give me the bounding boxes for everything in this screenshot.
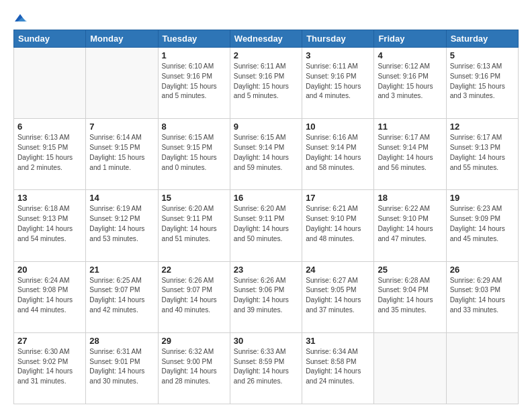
day-number: 20 [17, 265, 82, 275]
day-cell: 23Sunrise: 6:26 AM Sunset: 9:06 PM Dayli… [230, 261, 302, 332]
day-cell: 14Sunrise: 6:19 AM Sunset: 9:12 PM Dayli… [86, 190, 158, 261]
day-number: 30 [234, 336, 298, 346]
calendar-header-row: SundayMondayTuesdayWednesdayThursdayFrid… [14, 30, 519, 48]
day-cell: 9Sunrise: 6:15 AM Sunset: 9:14 PM Daylig… [230, 119, 302, 190]
day-cell: 15Sunrise: 6:20 AM Sunset: 9:11 PM Dayli… [158, 190, 230, 261]
day-info: Sunrise: 6:27 AM Sunset: 9:05 PM Dayligh… [306, 276, 370, 316]
day-cell: 2Sunrise: 6:11 AM Sunset: 9:16 PM Daylig… [230, 48, 302, 119]
day-number: 29 [162, 336, 226, 346]
col-header-friday: Friday [374, 30, 446, 48]
calendar-table: SundayMondayTuesdayWednesdayThursdayFrid… [13, 30, 519, 404]
day-info: Sunrise: 6:19 AM Sunset: 9:12 PM Dayligh… [89, 204, 154, 244]
day-cell: 31Sunrise: 6:34 AM Sunset: 8:58 PM Dayli… [302, 332, 374, 404]
day-info: Sunrise: 6:11 AM Sunset: 9:16 PM Dayligh… [306, 62, 370, 101]
day-cell: 11Sunrise: 6:17 AM Sunset: 9:14 PM Dayli… [374, 119, 446, 190]
day-info: Sunrise: 6:25 AM Sunset: 9:07 PM Dayligh… [89, 276, 154, 316]
day-cell [86, 48, 158, 119]
day-number: 6 [17, 122, 82, 132]
calendar-body: 1Sunrise: 6:10 AM Sunset: 9:16 PM Daylig… [14, 48, 519, 404]
header [13, 12, 519, 24]
day-cell: 24Sunrise: 6:27 AM Sunset: 9:05 PM Dayli… [302, 261, 374, 332]
day-cell: 30Sunrise: 6:33 AM Sunset: 8:59 PM Dayli… [230, 332, 302, 404]
day-cell: 20Sunrise: 6:24 AM Sunset: 9:08 PM Dayli… [14, 261, 86, 332]
day-info: Sunrise: 6:18 AM Sunset: 9:13 PM Dayligh… [17, 204, 82, 244]
day-cell: 6Sunrise: 6:13 AM Sunset: 9:15 PM Daylig… [14, 119, 86, 190]
day-number: 2 [234, 50, 298, 60]
day-info: Sunrise: 6:11 AM Sunset: 9:16 PM Dayligh… [234, 62, 298, 101]
day-info: Sunrise: 6:16 AM Sunset: 9:14 PM Dayligh… [306, 133, 370, 173]
day-cell: 21Sunrise: 6:25 AM Sunset: 9:07 PM Dayli… [86, 261, 158, 332]
col-header-monday: Monday [86, 30, 158, 48]
day-info: Sunrise: 6:28 AM Sunset: 9:04 PM Dayligh… [378, 276, 442, 316]
col-header-tuesday: Tuesday [158, 30, 230, 48]
day-info: Sunrise: 6:26 AM Sunset: 9:06 PM Dayligh… [234, 276, 298, 316]
day-cell: 17Sunrise: 6:21 AM Sunset: 9:10 PM Dayli… [302, 190, 374, 261]
day-number: 24 [306, 265, 370, 275]
day-info: Sunrise: 6:12 AM Sunset: 9:16 PM Dayligh… [378, 62, 442, 101]
week-row-3: 20Sunrise: 6:24 AM Sunset: 9:08 PM Dayli… [14, 261, 519, 332]
logo-icon [13, 12, 27, 26]
day-info: Sunrise: 6:21 AM Sunset: 9:10 PM Dayligh… [306, 204, 370, 244]
day-info: Sunrise: 6:33 AM Sunset: 8:59 PM Dayligh… [234, 347, 298, 387]
day-info: Sunrise: 6:20 AM Sunset: 9:11 PM Dayligh… [162, 204, 226, 244]
col-header-wednesday: Wednesday [230, 30, 302, 48]
day-number: 1 [162, 50, 226, 60]
day-cell: 5Sunrise: 6:13 AM Sunset: 9:16 PM Daylig… [446, 48, 518, 119]
day-number: 22 [162, 265, 226, 275]
day-info: Sunrise: 6:31 AM Sunset: 9:01 PM Dayligh… [89, 347, 154, 387]
day-cell: 27Sunrise: 6:30 AM Sunset: 9:02 PM Dayli… [14, 332, 86, 404]
day-cell: 25Sunrise: 6:28 AM Sunset: 9:04 PM Dayli… [374, 261, 446, 332]
day-info: Sunrise: 6:29 AM Sunset: 9:03 PM Dayligh… [450, 276, 515, 316]
day-number: 13 [17, 193, 82, 203]
day-cell: 7Sunrise: 6:14 AM Sunset: 9:15 PM Daylig… [86, 119, 158, 190]
day-number: 18 [378, 193, 442, 203]
day-number: 21 [89, 265, 154, 275]
day-cell: 16Sunrise: 6:20 AM Sunset: 9:11 PM Dayli… [230, 190, 302, 261]
day-cell: 13Sunrise: 6:18 AM Sunset: 9:13 PM Dayli… [14, 190, 86, 261]
day-cell: 12Sunrise: 6:17 AM Sunset: 9:13 PM Dayli… [446, 119, 518, 190]
page: SundayMondayTuesdayWednesdayThursdayFrid… [0, 0, 532, 411]
day-info: Sunrise: 6:23 AM Sunset: 9:09 PM Dayligh… [450, 204, 515, 244]
day-cell: 26Sunrise: 6:29 AM Sunset: 9:03 PM Dayli… [446, 261, 518, 332]
week-row-0: 1Sunrise: 6:10 AM Sunset: 9:16 PM Daylig… [14, 48, 519, 119]
day-number: 14 [89, 193, 154, 203]
day-number: 8 [162, 122, 226, 132]
day-cell: 29Sunrise: 6:32 AM Sunset: 9:00 PM Dayli… [158, 332, 230, 404]
day-info: Sunrise: 6:13 AM Sunset: 9:15 PM Dayligh… [17, 133, 82, 173]
day-number: 11 [378, 122, 442, 132]
day-info: Sunrise: 6:24 AM Sunset: 9:08 PM Dayligh… [17, 276, 82, 316]
day-number: 23 [234, 265, 298, 275]
day-number: 5 [450, 50, 515, 60]
day-cell [14, 48, 86, 119]
day-cell: 10Sunrise: 6:16 AM Sunset: 9:14 PM Dayli… [302, 119, 374, 190]
day-number: 28 [89, 336, 154, 346]
col-header-thursday: Thursday [302, 30, 374, 48]
day-info: Sunrise: 6:34 AM Sunset: 8:58 PM Dayligh… [306, 347, 370, 387]
day-info: Sunrise: 6:32 AM Sunset: 9:00 PM Dayligh… [162, 347, 226, 387]
day-info: Sunrise: 6:22 AM Sunset: 9:10 PM Dayligh… [378, 204, 442, 244]
day-number: 27 [17, 336, 82, 346]
day-cell: 19Sunrise: 6:23 AM Sunset: 9:09 PM Dayli… [446, 190, 518, 261]
day-cell [374, 332, 446, 404]
day-info: Sunrise: 6:13 AM Sunset: 9:16 PM Dayligh… [450, 62, 515, 101]
col-header-sunday: Sunday [14, 30, 86, 48]
day-info: Sunrise: 6:10 AM Sunset: 9:16 PM Dayligh… [162, 62, 226, 101]
day-number: 9 [234, 122, 298, 132]
day-number: 4 [378, 50, 442, 60]
day-cell: 22Sunrise: 6:26 AM Sunset: 9:07 PM Dayli… [158, 261, 230, 332]
day-number: 26 [450, 265, 515, 275]
day-info: Sunrise: 6:26 AM Sunset: 9:07 PM Dayligh… [162, 276, 226, 316]
day-info: Sunrise: 6:17 AM Sunset: 9:14 PM Dayligh… [378, 133, 442, 173]
day-number: 10 [306, 122, 370, 132]
day-number: 19 [450, 193, 515, 203]
day-info: Sunrise: 6:15 AM Sunset: 9:15 PM Dayligh… [162, 133, 226, 173]
logo [13, 12, 27, 24]
day-number: 7 [89, 122, 154, 132]
day-number: 31 [306, 336, 370, 346]
day-info: Sunrise: 6:30 AM Sunset: 9:02 PM Dayligh… [17, 347, 82, 387]
day-number: 16 [234, 193, 298, 203]
day-info: Sunrise: 6:17 AM Sunset: 9:13 PM Dayligh… [450, 133, 515, 173]
day-info: Sunrise: 6:14 AM Sunset: 9:15 PM Dayligh… [89, 133, 154, 173]
day-cell [446, 332, 518, 404]
day-info: Sunrise: 6:15 AM Sunset: 9:14 PM Dayligh… [234, 133, 298, 173]
